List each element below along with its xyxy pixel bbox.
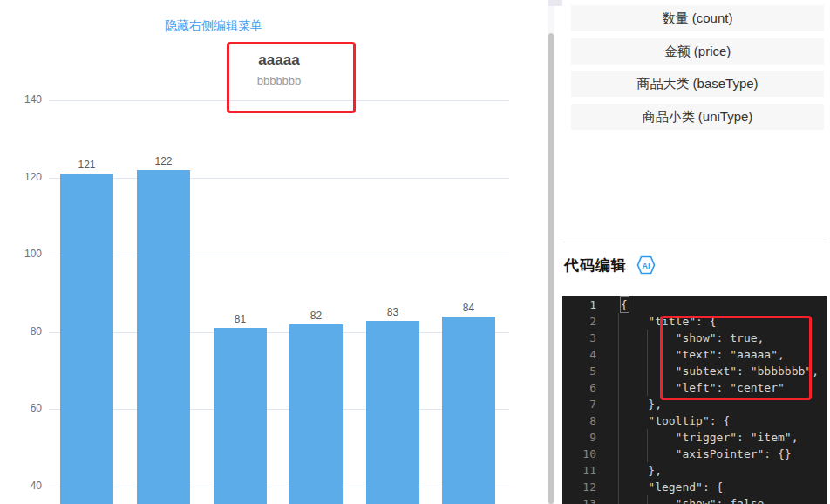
gridline: [49, 100, 509, 101]
line-number: 13: [562, 495, 596, 504]
code-line[interactable]: 4 "text": "aaaaa",: [562, 346, 827, 363]
bar-value-label: 83: [366, 306, 419, 318]
code-text: "legend": {: [621, 479, 723, 495]
y-axis-label: 80: [7, 325, 42, 337]
line-number: 12: [562, 479, 596, 495]
line-number: 7: [562, 396, 596, 412]
indent-guide: [647, 495, 648, 504]
y-axis-label: 100: [7, 248, 42, 260]
scrollbar-thumb[interactable]: [548, 33, 554, 504]
indent-guide: [618, 313, 619, 504]
bar-value-label: 81: [214, 313, 267, 325]
bar[interactable]: [60, 174, 113, 504]
bar[interactable]: [214, 328, 267, 504]
code-line[interactable]: 8 "tooltip": {: [562, 412, 827, 429]
code-text: "left": "center": [621, 379, 785, 396]
line-number: 6: [562, 379, 596, 396]
line-number: 8: [562, 412, 596, 429]
code-line[interactable]: 5 "subtext": "bbbbbbb",: [562, 363, 827, 379]
ai-icon[interactable]: AI: [636, 255, 656, 275]
bar[interactable]: [289, 324, 343, 504]
code-line[interactable]: 3 "show": true,: [562, 330, 827, 346]
chart-editor-page: 隐藏右侧编辑菜单 aaaaa bbbbbbb 140120100806040 1…: [0, 0, 830, 504]
code-text: "show": true,: [621, 330, 764, 346]
line-number: 2: [562, 313, 596, 330]
bar[interactable]: [137, 170, 190, 504]
indent-guide: [647, 330, 648, 396]
ai-icon-label: AI: [643, 262, 650, 270]
line-number: 5: [562, 363, 596, 379]
editor-sidebar: 数量 (count)金额 (price)商品大类 (baseType)商品小类 …: [562, 0, 830, 504]
field-item[interactable]: 商品大类 (baseType): [571, 71, 824, 97]
code-line[interactable]: 9 "trigger": "item",: [562, 429, 827, 446]
code-line[interactable]: 2 "title": {: [562, 313, 827, 330]
code-text: "show": false: [621, 495, 764, 504]
y-axis-label: 60: [7, 402, 42, 414]
hide-editor-menu-link[interactable]: 隐藏右侧编辑菜单: [165, 18, 262, 34]
code-text: "subtext": "bbbbbbb",: [621, 363, 819, 379]
line-number: 9: [562, 429, 596, 446]
code-editor-header: 代码编辑 AI: [564, 255, 656, 276]
line-number: 4: [562, 346, 596, 363]
code-line[interactable]: 13 "show": false: [562, 495, 827, 504]
code-text: "tooltip": {: [621, 412, 730, 429]
gridline: [49, 409, 509, 410]
y-axis-label: 40: [7, 480, 42, 492]
code-text: "title": {: [621, 313, 717, 330]
line-number: 11: [562, 462, 596, 479]
annotation-box-title: [227, 42, 356, 113]
section-divider: [562, 242, 827, 242]
bar-value-label: 122: [137, 155, 190, 167]
vertical-scrollbar[interactable]: [548, 6, 554, 504]
gridline: [49, 255, 509, 255]
chart-panel: 隐藏右侧编辑菜单 aaaaa bbbbbbb 140120100806040 1…: [0, 0, 548, 504]
code-line[interactable]: 12 "legend": {: [562, 479, 827, 495]
field-item[interactable]: 商品小类 (uniType): [571, 104, 824, 130]
code-line[interactable]: 6 "left": "center": [562, 379, 827, 396]
code-line[interactable]: 11 },: [562, 462, 827, 479]
code-editor[interactable]: 1{2 "title": {3 "show": true,4 "text": "…: [562, 296, 827, 504]
bar-value-label: 84: [442, 302, 495, 314]
line-number: 3: [562, 330, 596, 346]
gridline: [49, 487, 509, 487]
y-axis-label: 140: [7, 93, 42, 106]
bar[interactable]: [366, 321, 419, 504]
gridline: [49, 178, 509, 179]
code-text: "text": "aaaaa",: [621, 346, 785, 363]
code-text: },: [621, 396, 662, 412]
indent-guide: [647, 429, 648, 462]
field-item[interactable]: 金额 (price): [571, 38, 824, 65]
chart-subtitle: bbbbbbb: [49, 72, 509, 90]
code-text: },: [621, 462, 662, 479]
code-editor-heading: 代码编辑: [564, 255, 627, 276]
gridline: [49, 332, 509, 333]
chart-title: aaaaa: [49, 51, 509, 70]
line-number: 1: [562, 296, 596, 313]
code-line[interactable]: 7 },: [562, 396, 827, 412]
bar[interactable]: [442, 317, 495, 504]
code-line[interactable]: 10 "axisPointer": {}: [562, 446, 827, 462]
bracket-match-highlight: [620, 296, 629, 313]
chart-title-block: aaaaa bbbbbbb: [49, 51, 509, 90]
field-item[interactable]: 数量 (count): [571, 5, 824, 31]
code-line[interactable]: 1{: [562, 296, 827, 313]
bar-value-label: 121: [60, 159, 113, 171]
y-axis-label: 120: [7, 171, 42, 183]
bar-value-label: 82: [289, 310, 343, 322]
line-number: 10: [562, 446, 596, 462]
